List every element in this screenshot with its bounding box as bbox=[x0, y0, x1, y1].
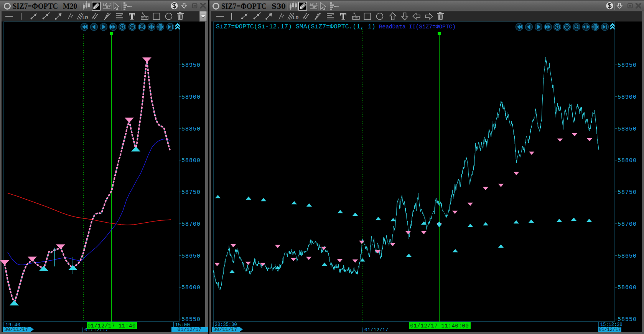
svg-text:01/12/17 11:40:00: 01/12/17 11:40:00 bbox=[410, 323, 469, 329]
svg-text:LR: LR bbox=[293, 15, 299, 20]
svg-text:01/12/17: 01/12/17 bbox=[599, 327, 621, 332]
svg-text:SIZ7=ФОРТС: SIZ7=ФОРТС bbox=[221, 2, 267, 10]
svg-text:30/11/17: 30/11/17 bbox=[4, 327, 28, 332]
svg-text:58950: 58950 bbox=[618, 62, 637, 69]
svg-text:58650: 58650 bbox=[618, 253, 637, 260]
svg-text:M20: M20 bbox=[63, 2, 77, 10]
svg-text:58600: 58600 bbox=[181, 284, 201, 291]
svg-text:01/12/17: 01/12/17 bbox=[364, 327, 388, 333]
svg-text:SiZ7=ФОРТС(Si-12.17) SMA(SiZ7=: SiZ7=ФОРТС(Si-12.17) SMA(SiZ7=ФОРТС.(1, … bbox=[216, 23, 376, 30]
svg-text:LR: LR bbox=[82, 15, 88, 20]
svg-text:58650: 58650 bbox=[181, 253, 201, 260]
svg-text:15:12:30: 15:12:30 bbox=[600, 322, 623, 327]
svg-text:58850: 58850 bbox=[618, 126, 637, 132]
svg-text:58900: 58900 bbox=[181, 94, 201, 101]
svg-text:58850: 58850 bbox=[181, 126, 201, 132]
svg-text:58900: 58900 bbox=[618, 94, 637, 101]
svg-text:58750: 58750 bbox=[618, 189, 637, 196]
svg-text:S30: S30 bbox=[272, 2, 286, 10]
svg-text:58950: 58950 bbox=[181, 62, 201, 69]
svg-text:58700: 58700 bbox=[618, 221, 637, 228]
svg-text:58800: 58800 bbox=[618, 157, 637, 164]
svg-text:58750: 58750 bbox=[181, 189, 201, 196]
svg-text:58700: 58700 bbox=[181, 221, 201, 228]
svg-text:01/12/17: 01/12/17 bbox=[178, 327, 201, 332]
svg-text:SIZ7=ФОРТС: SIZ7=ФОРТС bbox=[13, 2, 58, 10]
svg-text:30/11/17: 30/11/17 bbox=[213, 327, 237, 332]
svg-text:58800: 58800 bbox=[181, 157, 201, 164]
svg-text:ReadData_II(SiZ7=ФОРТС): ReadData_II(SiZ7=ФОРТС) bbox=[379, 24, 456, 30]
svg-text:01/12/17 11:40: 01/12/17 11:40 bbox=[87, 323, 136, 329]
svg-text:58600: 58600 bbox=[618, 284, 637, 291]
